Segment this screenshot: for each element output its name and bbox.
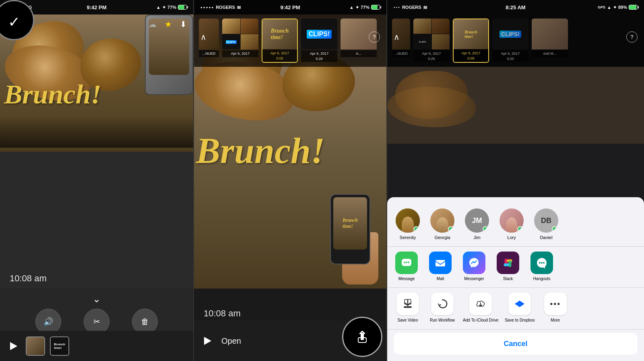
- star-icon[interactable]: ★: [165, 19, 172, 29]
- contact-jim[interactable]: JM Jim: [463, 208, 491, 240]
- right-icons-3: GPS ▲ ✦ 89%: [598, 5, 638, 10]
- slack-icon: [497, 252, 519, 274]
- clips-label: Brunchtime!: [54, 342, 65, 350]
- save-video-icon: [396, 293, 419, 315]
- avatar-daniel: DB: [534, 208, 558, 233]
- action-label-icloud: Add To iCloud Drive: [463, 318, 498, 323]
- messenger-bubble-icon: [468, 256, 481, 269]
- online-indicator-georgia: [448, 226, 454, 232]
- gps-icon: GPS: [598, 5, 605, 9]
- action-label-more: More: [551, 318, 560, 323]
- message-icon: [395, 252, 418, 274]
- play-button-1[interactable]: [6, 339, 21, 353]
- download-icon[interactable]: ⬇: [180, 19, 187, 29]
- avatar-jim: JM: [465, 208, 489, 233]
- app-label-hangouts: Hangouts: [533, 276, 551, 281]
- contact-name-serenity: Serenity: [400, 235, 416, 240]
- help-button-3[interactable]: ?: [626, 31, 638, 43]
- thumbnail-person-3[interactable]: ood M...: [532, 19, 568, 63]
- playback-bar-1: Brunchtime!: [0, 331, 193, 361]
- action-label-run-workflow: Run Workflow: [430, 318, 455, 323]
- app-slack[interactable]: Slack: [495, 252, 521, 281]
- thumbnail-selected[interactable]: Brunchtime! Apr 6, 20170:05: [262, 19, 298, 63]
- app-hangouts[interactable]: Hangouts: [529, 252, 555, 281]
- play-triangle-icon-2: [204, 337, 211, 345]
- status-bar-2: ●●●●● ROGERS ≋ 9:42 PM ▲ ✦ 77%: [194, 0, 386, 14]
- help-button-2[interactable]: ?: [369, 31, 380, 43]
- app-message[interactable]: Message: [394, 252, 419, 281]
- food-bg-3: [387, 67, 644, 144]
- thumb-date-partial: ood M...: [532, 50, 568, 57]
- hangouts-bubble-icon: [535, 256, 548, 269]
- location-icon-2: ▲: [349, 5, 354, 10]
- thumbnail-selected-3[interactable]: Brunchtime! Apr 6, 20170:05: [453, 19, 489, 63]
- top-icons-bar-1: ☁ ★ ⬇: [149, 19, 187, 29]
- dropbox-svg: [514, 298, 525, 309]
- bluetooth-icon: ✦: [162, 5, 166, 10]
- battery-icon: 77%: [167, 5, 176, 10]
- share-button[interactable]: [342, 317, 382, 357]
- thumbnail-multi-3[interactable]: CLIPS Apr 6, 20170:25: [413, 19, 450, 63]
- svg-rect-0: [361, 333, 364, 340]
- action-save-video[interactable]: Save Video: [394, 293, 422, 323]
- volume-icon: 🔊: [43, 317, 54, 326]
- wifi-icon-2: ≋: [237, 4, 241, 10]
- battery-bar-3: [629, 5, 638, 10]
- open-button[interactable]: Open: [221, 336, 241, 346]
- brunch-text-1: Brunch!: [4, 80, 101, 108]
- cancel-button[interactable]: Cancel: [394, 333, 638, 355]
- chevron-icon: ⌄: [93, 293, 101, 305]
- thumbnail-clips-2[interactable]: CLIPS! Apr 6, 20170:20: [301, 19, 337, 63]
- up-chevron-2[interactable]: ∧: [200, 32, 206, 42]
- svg-point-15: [539, 262, 541, 264]
- action-run-workflow[interactable]: Run Workflow: [428, 293, 456, 323]
- action-icloud[interactable]: Add To iCloud Drive: [463, 293, 498, 323]
- svg-point-3: [404, 262, 405, 263]
- time-display-1: 10:08 am: [10, 273, 47, 284]
- contact-lory[interactable]: Lory: [497, 208, 526, 240]
- contact-daniel[interactable]: DB Daniel: [532, 208, 560, 240]
- chevron-down-icon: ✓: [8, 14, 20, 31]
- thumb-date-3: A...: [341, 50, 377, 57]
- thumbnail-clips-3[interactable]: CLIPS! Apr 6, 20170:20: [492, 19, 528, 63]
- panel-3: ●●● ROGERS ≋ 8:25 AM GPS ▲ ✦ 89% ...NUED…: [386, 0, 644, 361]
- action-label-dropbox: Save to Dropbox: [505, 318, 535, 323]
- battery-pct-2: 77%: [361, 5, 369, 10]
- save-video-svg: [402, 298, 413, 309]
- thumbnail-1[interactable]: [26, 336, 45, 356]
- right-icons-1: ▲ ✦ 77%: [156, 5, 187, 10]
- slack-logo-icon: [501, 256, 515, 270]
- time-2: 9:42 PM: [280, 4, 300, 10]
- action-label-save-video: Save Video: [398, 318, 418, 323]
- contact-name-daniel: Daniel: [540, 235, 552, 240]
- up-chevron-3[interactable]: ∧: [394, 32, 400, 42]
- action-dropbox[interactable]: Save to Dropbox: [505, 293, 535, 323]
- svg-rect-18: [404, 306, 412, 308]
- mail-icon: [429, 252, 452, 274]
- thumb-date-selected: Apr 6, 20170:05: [262, 50, 297, 62]
- panel-2: ●●●●● ROGERS ≋ 9:42 PM ▲ ✦ 77% ...NUED C…: [193, 0, 386, 361]
- mail-envelope-icon: [434, 256, 447, 269]
- online-indicator-jim: [483, 226, 488, 232]
- location-icon-3: ▲: [607, 5, 611, 10]
- contact-georgia[interactable]: Georgia: [428, 208, 456, 240]
- thumbnail-strip-3: ...NUED CLIPS Apr 6, 20170:25 Brunchtime…: [387, 14, 644, 67]
- play-button-2[interactable]: [200, 334, 215, 348]
- icloud-svg: [475, 298, 486, 309]
- action-more[interactable]: ••• More: [541, 293, 570, 323]
- hangouts-icon: [530, 252, 553, 274]
- thumbnail-group-1[interactable]: CLIPS! Apr 6, 2017: [222, 19, 258, 63]
- action-row: Save Video Run Workflow: [387, 288, 644, 330]
- contact-serenity[interactable]: Serenity: [394, 208, 422, 240]
- app-label-messenger: Messenger: [464, 276, 484, 281]
- app-mail[interactable]: Mail: [427, 252, 453, 281]
- svg-rect-14: [504, 264, 509, 266]
- battery-bar-2: [371, 5, 380, 10]
- run-workflow-icon: [431, 293, 454, 315]
- avatar-georgia: [430, 208, 454, 233]
- cloud-icon[interactable]: ☁: [149, 19, 157, 29]
- thumbnail-clips[interactable]: Brunchtime!: [50, 336, 69, 356]
- app-messenger[interactable]: Messenger: [461, 252, 487, 281]
- signal-dots-3: ●●●: [394, 6, 400, 8]
- status-bar-3: ●●● ROGERS ≋ 8:25 AM GPS ▲ ✦ 89%: [387, 0, 644, 14]
